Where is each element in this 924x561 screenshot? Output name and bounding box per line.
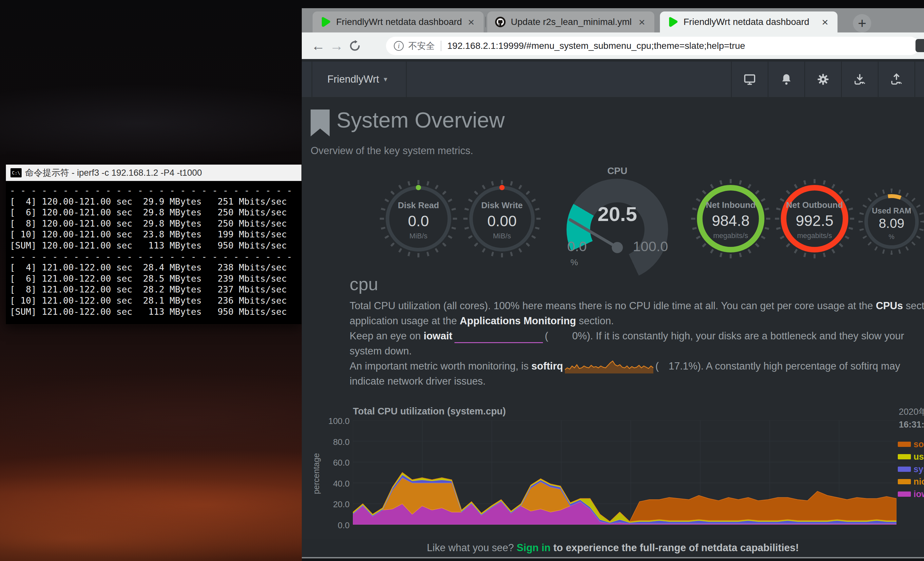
legend-item[interactable]: system (898, 463, 924, 475)
terminal-titlebar[interactable]: C:\ 命令提示符 - iperf3 -c 192.168.1.2 -P4 -t… (6, 165, 302, 181)
tab-divider (485, 17, 486, 27)
terminal-window[interactable]: C:\ 命令提示符 - iperf3 -c 192.168.1.2 -P4 -t… (6, 165, 302, 325)
header-cell-partial (915, 62, 924, 97)
terminal-line: [ 10] 120.00-121.00 sec 23.8 MBytes 199 … (10, 229, 297, 240)
gauge-label: Disk Write (469, 200, 535, 211)
y-axis-tick: 20.0 (311, 499, 350, 510)
tab-close-icon[interactable]: × (465, 15, 478, 29)
import-icon[interactable] (841, 62, 878, 97)
header-divider (312, 62, 312, 97)
chevron-down-icon: ▾ (384, 75, 387, 84)
chart-timestamp: 2020年3 16:31:2 (899, 406, 924, 430)
tab-close-icon[interactable]: × (819, 15, 832, 29)
url-text[interactable]: 192.168.2.1:19999/#menu_system_submenu_c… (447, 41, 745, 51)
terminal-line: - - - - - - - - - - - - - - - - - - - - … (10, 251, 297, 262)
legend-swatch (898, 454, 911, 459)
node-dropdown[interactable]: FriendlyWrt ▾ (327, 62, 387, 97)
terminal-line: [ 4] 120.00-121.00 sec 29.9 MBytes 251 M… (10, 196, 297, 207)
cpu-description-line: Total CPU utilization (all cores). 100% … (350, 298, 924, 313)
security-label: 不安全 (408, 40, 435, 52)
y-axis-tick: 80.0 (311, 437, 350, 447)
gauge-label: Net Inbound (697, 200, 764, 210)
gauge-label: Disk Read (386, 200, 451, 211)
terminal-line: [ 8] 120.00-121.00 sec 29.8 MBytes 250 M… (10, 218, 297, 229)
screen: C:\ 命令提示符 - iperf3 -c 192.168.1.2 -P4 -t… (0, 0, 924, 561)
legend-label: nice (914, 477, 924, 487)
github-favicon (495, 17, 506, 27)
terminal-line: [ 8] 121.00-122.00 sec 28.2 MBytes 237 M… (10, 284, 297, 295)
gauge-net-outbound[interactable]: Net Outbound 992.5 megabits/s (781, 185, 848, 253)
address-bar[interactable]: i 不安全 192.168.2.1:19999/#menu_system_sub… (386, 37, 920, 55)
reload-icon[interactable] (346, 37, 364, 55)
netdata-favicon (321, 17, 331, 27)
terminal-line: - - - - - - - - - - - - - - - - - - - - … (10, 185, 297, 196)
bell-icon[interactable] (768, 62, 804, 97)
legend-item[interactable]: nice (898, 475, 924, 488)
tab-strip: FriendlyWrt netdata dashboard × Update r… (302, 8, 924, 33)
export-icon[interactable] (878, 62, 915, 97)
gear-icon[interactable] (804, 62, 841, 97)
gauge-value: 20.5 (567, 202, 668, 226)
cpu-description-line: An important metric worth monitoring, is… (350, 359, 924, 374)
omnibox-divider (441, 41, 441, 51)
gauge-value: 0.00 (469, 212, 535, 230)
gauge-cpu[interactable]: CPU 20.5 0.0 100.0 % (567, 179, 668, 280)
cpu-description-line: indicate network driver issues. (350, 374, 924, 389)
monitor-icon[interactable] (731, 62, 768, 97)
terminal-line: [ 4] 121.00-122.00 sec 28.4 MBytes 238 M… (10, 262, 297, 273)
chart-legend: softirqusersystemniceiowait (898, 438, 924, 500)
gauge-net-inbound[interactable]: Net Inbound 984.8 megabits/s (697, 185, 764, 253)
gauge-label: CPU (567, 165, 668, 176)
tab-close-icon[interactable]: × (635, 15, 648, 29)
header-buttons (731, 62, 924, 97)
legend-label: user (914, 452, 924, 462)
tab-netdata-1[interactable]: FriendlyWrt netdata dashboard × (313, 12, 484, 33)
browser-toolbar: ← → i 不安全 192.168.2.1:19999/#menu_system… (302, 33, 924, 59)
tab-netdata-2-active[interactable]: FriendlyWrt netdata dashboard × (660, 12, 837, 33)
terminal-line: [ 10] 121.00-122.00 sec 28.1 MBytes 236 … (10, 295, 297, 306)
gauge-value: 992.5 (781, 212, 848, 230)
tab-title: Update r2s_lean_minimal.yml · k (511, 17, 633, 27)
gauge-disk-write[interactable]: Disk Write 0.00 MiB/s (469, 186, 535, 251)
info-icon[interactable]: i (394, 41, 404, 51)
y-axis-label: percentage (312, 448, 321, 500)
gauge-label: Net Outbound (781, 200, 848, 210)
cpu-description-line: system down. (350, 344, 924, 359)
y-axis-tick: 100.0 (311, 416, 350, 426)
legend-item[interactable]: softirq (898, 438, 924, 451)
terminal-line: [ 6] 120.00-121.00 sec 29.8 MBytes 250 M… (10, 207, 297, 218)
status-dot (416, 185, 421, 190)
gauge-unit: MiB/s (386, 232, 451, 240)
legend-swatch (898, 492, 911, 497)
signin-banner: Like what you see? Sign in to experience… (302, 539, 924, 557)
legend-label: iowait (914, 489, 924, 499)
cpu-description-line: application usage at the Applications Mo… (350, 313, 924, 329)
legend-item[interactable]: user (898, 451, 924, 463)
gauge-disk-read[interactable]: Disk Read 0.0 MiB/s (386, 186, 451, 251)
section-heading-cpu: cpu (350, 274, 378, 294)
page-subtitle: Overview of the key system metrics. (310, 145, 473, 157)
terminal-line: [SUM] 121.00-122.00 sec 113 MBytes 950 M… (10, 306, 297, 317)
legend-swatch (898, 479, 911, 484)
softirq-sparkline (565, 360, 653, 374)
gauge-value: 8.09 (864, 216, 919, 231)
gauge-unit: % (570, 257, 578, 268)
tab-github[interactable]: Update r2s_lean_minimal.yml · k × (487, 12, 654, 33)
terminal-output[interactable]: - - - - - - - - - - - - - - - - - - - - … (6, 181, 302, 324)
y-axis-tick: 40.0 (311, 479, 350, 489)
back-icon[interactable]: ← (309, 37, 327, 55)
gauge-used-ram[interactable]: Used RAM 8.09 % (864, 194, 919, 249)
chart-time-line: 16:31:2 (899, 420, 924, 430)
bookmark-icon (310, 109, 330, 138)
status-dot (500, 185, 505, 190)
gauge-label: Used RAM (864, 206, 919, 215)
forward-icon[interactable]: → (327, 37, 346, 55)
gauge-value: 984.8 (697, 212, 764, 230)
cpu-stacked-area-chart[interactable] (353, 420, 897, 525)
gauge-min: 0.0 (567, 238, 587, 254)
page-title: System Overview (336, 108, 505, 132)
extension-icon-partial[interactable] (915, 39, 924, 52)
netdata-favicon (668, 17, 678, 27)
new-tab-button[interactable]: + (853, 14, 871, 33)
legend-item[interactable]: iowait (898, 488, 924, 500)
